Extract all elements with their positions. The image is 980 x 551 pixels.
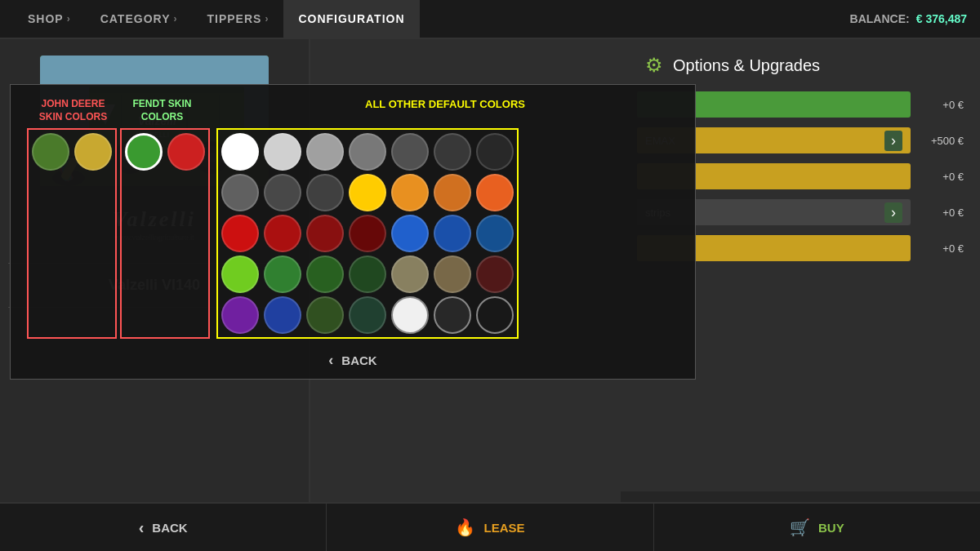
main-area: Valzelli VALZELLI bbox=[0, 39, 980, 551]
overlay-back-arrow: ‹ bbox=[328, 352, 333, 369]
color-other-4-7[interactable] bbox=[476, 256, 514, 293]
overlay-back-button[interactable]: ‹ BACK bbox=[27, 342, 679, 372]
nav-configuration[interactable]: CONFIGURATION bbox=[283, 0, 419, 38]
color-other-5-7[interactable] bbox=[476, 296, 514, 334]
color-other-5-6[interactable] bbox=[434, 296, 471, 334]
back-label: BACK bbox=[152, 521, 187, 535]
color-other-4-5[interactable] bbox=[391, 256, 429, 293]
color-other-3-2[interactable] bbox=[264, 215, 301, 252]
color-other-5-1[interactable] bbox=[221, 296, 259, 334]
color-other-2-7[interactable] bbox=[476, 174, 514, 211]
back-button[interactable]: ‹ BACK bbox=[0, 504, 327, 551]
option-price-2: +500 € bbox=[919, 135, 964, 147]
color-other-4-6[interactable] bbox=[434, 256, 471, 293]
color-other-1-6[interactable] bbox=[434, 133, 471, 171]
color-picker-overlay: JOHN DEERE SKIN COLORS FENDT SKIN COLORS… bbox=[10, 84, 696, 380]
color-other-1-7[interactable] bbox=[476, 133, 514, 171]
color-fendt-1[interactable] bbox=[125, 133, 163, 171]
color-other-2-4[interactable] bbox=[349, 174, 386, 211]
lease-icon: 🔥 bbox=[455, 518, 475, 537]
color-jd-2[interactable] bbox=[74, 133, 112, 171]
color-other-1-4[interactable] bbox=[349, 133, 386, 171]
option-arrow-2[interactable]: › bbox=[884, 131, 902, 151]
balance-value: € 376,487 bbox=[916, 12, 967, 25]
top-nav: SHOP › CATEGORY › TIPPERS › CONFIGURATIO… bbox=[0, 0, 980, 39]
nav-shop[interactable]: SHOP › bbox=[13, 0, 86, 38]
color-other-5-3[interactable] bbox=[306, 296, 344, 334]
fendt-title: FENDT SKIN COLORS bbox=[119, 98, 205, 123]
nav-arrow-tippers: › bbox=[265, 13, 269, 24]
lease-label: LEASE bbox=[483, 521, 524, 535]
color-other-2-2[interactable] bbox=[264, 174, 301, 211]
color-other-5-2[interactable] bbox=[264, 296, 301, 334]
color-jd-1[interactable] bbox=[32, 133, 69, 171]
color-other-2-3[interactable] bbox=[306, 174, 344, 211]
color-other-4-3[interactable] bbox=[306, 256, 344, 293]
back-icon: ‹ bbox=[139, 518, 145, 537]
option-price-4: +0 € bbox=[919, 207, 964, 219]
other-title: ALL OTHER DEFAULT COLORS bbox=[212, 98, 679, 112]
color-other-5-4[interactable] bbox=[349, 296, 386, 334]
color-other-3-5[interactable] bbox=[391, 215, 429, 252]
buy-icon: 🛒 bbox=[790, 518, 810, 537]
option-price-3: +0 € bbox=[919, 171, 964, 183]
color-other-2-5[interactable] bbox=[391, 174, 429, 211]
color-other-4-1[interactable] bbox=[221, 256, 259, 293]
nav-tippers[interactable]: TIPPERS › bbox=[192, 0, 283, 38]
color-other-1-5[interactable] bbox=[391, 133, 429, 171]
option-price-1: +0 € bbox=[919, 99, 964, 111]
nav-arrow-shop: › bbox=[67, 13, 71, 24]
color-other-3-7[interactable] bbox=[476, 215, 514, 252]
color-other-5-5[interactable] bbox=[391, 296, 429, 334]
color-other-2-1[interactable] bbox=[221, 174, 259, 211]
option-arrow-4[interactable]: › bbox=[884, 202, 902, 223]
color-fendt-2[interactable] bbox=[167, 133, 205, 171]
color-other-1-2[interactable] bbox=[264, 133, 301, 171]
jd-title: JOHN DEERE SKIN COLORS bbox=[30, 98, 116, 123]
color-other-1-3[interactable] bbox=[306, 133, 344, 171]
options-icon: ⚙ bbox=[645, 54, 663, 77]
buy-label: BUY bbox=[818, 521, 844, 535]
right-panel: JOHN DEERE SKIN COLORS FENDT SKIN COLORS… bbox=[310, 39, 980, 551]
nav-arrow-category: › bbox=[173, 13, 177, 24]
buy-button[interactable]: 🛒 BUY bbox=[654, 504, 980, 551]
bottom-bar: ‹ BACK 🔥 LEASE 🛒 BUY bbox=[0, 502, 980, 551]
options-title: Options & Upgrades bbox=[673, 56, 820, 75]
color-other-3-3[interactable] bbox=[306, 215, 344, 252]
color-other-3-6[interactable] bbox=[434, 215, 471, 252]
lease-button[interactable]: 🔥 LEASE bbox=[327, 504, 653, 551]
color-other-3-4[interactable] bbox=[349, 215, 386, 252]
overlay-back-label: BACK bbox=[341, 353, 376, 367]
color-other-2-6[interactable] bbox=[434, 174, 471, 211]
color-other-1-1[interactable] bbox=[221, 133, 259, 171]
bottom-bar-wrapper: ‹ BACK 🔥 LEASE 🛒 BUY bbox=[0, 502, 980, 551]
nav-category[interactable]: CATEGORY › bbox=[86, 0, 193, 38]
option-price-5: +0 € bbox=[919, 242, 964, 255]
color-other-3-1[interactable] bbox=[221, 215, 259, 252]
balance-label: BALANCE: bbox=[850, 12, 910, 25]
color-other-4-4[interactable] bbox=[349, 256, 386, 293]
color-other-4-2[interactable] bbox=[264, 256, 301, 293]
